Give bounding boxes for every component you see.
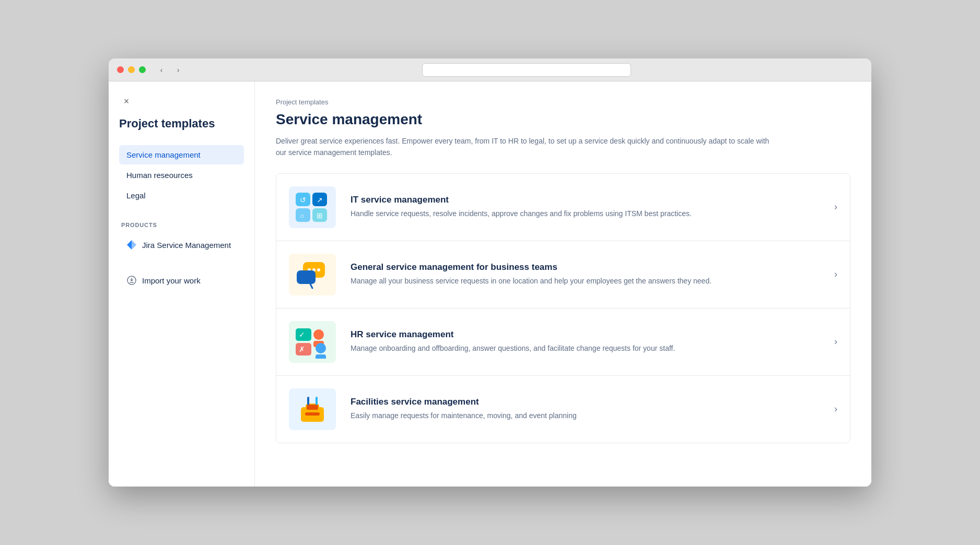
hrm-chevron: ›	[834, 336, 837, 347]
itsm-desc: Handle service requests, resolve inciden…	[351, 208, 716, 219]
svg-marker-1	[127, 240, 132, 250]
back-button[interactable]: ‹	[154, 65, 169, 75]
svg-text:✓: ✓	[299, 330, 305, 339]
svg-text:○: ○	[300, 211, 304, 220]
titlebar: ‹ ›	[109, 58, 871, 81]
gsm-name: General service management for business …	[351, 262, 826, 272]
template-card-gsm[interactable]: General service management for business …	[276, 241, 850, 309]
import-label: Import your work	[142, 276, 201, 285]
itsm-name: IT service management	[351, 195, 826, 205]
gsm-desc: Manage all your business service request…	[351, 276, 716, 287]
address-bar[interactable]	[422, 63, 631, 77]
template-card-fac[interactable]: Facilities service management Easily man…	[276, 376, 850, 443]
fac-chevron: ›	[834, 404, 837, 414]
sidebar: × Project templates Service management H…	[109, 81, 255, 487]
gsm-chevron: ›	[834, 269, 837, 280]
svg-rect-23	[316, 354, 326, 359]
import-icon	[126, 275, 137, 286]
maximize-window-button[interactable]	[139, 66, 146, 73]
template-card-itsm[interactable]: ↺ ↗ ○ ⊞ IT service management Handle ser…	[276, 174, 850, 241]
main-content: Project templates Service management Del…	[255, 81, 871, 487]
app-window: ‹ › × Project templates Service manageme…	[109, 58, 871, 487]
minimize-window-button[interactable]	[128, 66, 135, 73]
window-body: × Project templates Service management H…	[109, 81, 871, 487]
fac-desc: Easily manage requests for maintenance, …	[351, 410, 716, 421]
products-section-label: PRODUCTS	[119, 222, 244, 228]
svg-point-14	[317, 268, 320, 271]
itsm-chevron: ›	[834, 202, 837, 212]
nav-buttons: ‹ ›	[154, 65, 185, 75]
sidebar-title: Project templates	[119, 117, 244, 131]
hrm-info: HR service management Manage onboarding …	[351, 329, 826, 354]
template-card-hrm[interactable]: ✓ ✗ HR service mana	[276, 309, 850, 376]
itsm-icon: ↺ ↗ ○ ⊞	[289, 186, 336, 228]
svg-point-22	[316, 343, 326, 353]
fac-name: Facilities service management	[351, 397, 826, 407]
itsm-info: IT service management Handle service req…	[351, 195, 826, 219]
svg-rect-26	[305, 412, 320, 416]
jira-icon	[126, 240, 137, 250]
svg-text:↗: ↗	[317, 196, 323, 204]
gsm-info: General service management for business …	[351, 262, 826, 287]
breadcrumb: Project templates	[276, 98, 850, 106]
close-sidebar-button[interactable]: ×	[119, 94, 134, 109]
svg-text:✗: ✗	[299, 345, 305, 353]
svg-text:⊞: ⊞	[317, 211, 323, 220]
gsm-icon	[289, 254, 336, 295]
close-window-button[interactable]	[117, 66, 124, 73]
forward-button[interactable]: ›	[171, 65, 185, 75]
svg-rect-15	[297, 270, 316, 284]
sidebar-item-human-resources[interactable]: Human reseources	[119, 165, 244, 185]
template-list: ↺ ↗ ○ ⊞ IT service management Handle ser…	[276, 173, 850, 443]
svg-text:↺: ↺	[300, 196, 306, 204]
sidebar-item-service-management[interactable]: Service management	[119, 145, 244, 164]
sidebar-item-legal[interactable]: Legal	[119, 186, 244, 205]
page-description: Deliver great service experiences fast. …	[276, 135, 777, 159]
fac-icon	[289, 388, 336, 430]
import-your-work-item[interactable]: Import your work	[119, 270, 244, 291]
svg-point-18	[313, 329, 324, 340]
page-title: Service management	[276, 111, 850, 128]
svg-marker-0	[132, 240, 136, 250]
sidebar-item-jira-service-management[interactable]: Jira Service Management	[119, 234, 244, 255]
hrm-name: HR service management	[351, 329, 826, 340]
fac-info: Facilities service management Easily man…	[351, 397, 826, 421]
jira-service-management-label: Jira Service Management	[142, 241, 231, 250]
hrm-desc: Manage onboarding and offboarding, answe…	[351, 343, 716, 354]
hr-icon: ✓ ✗	[289, 321, 336, 363]
sidebar-nav: Service management Human reseources Lega…	[119, 145, 244, 205]
